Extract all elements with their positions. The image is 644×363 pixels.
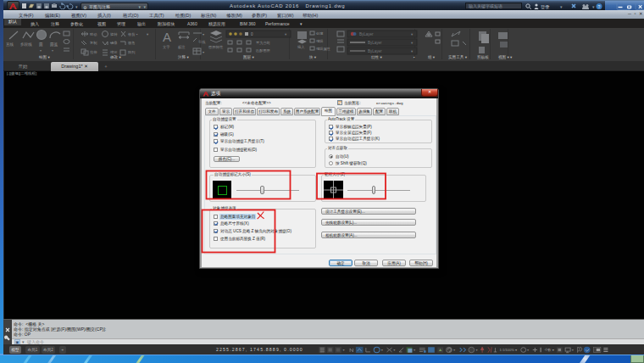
svg-text:修剪: 修剪	[128, 32, 136, 37]
svg-text:多段线: 多段线	[20, 42, 32, 47]
svg-text:▾: ▾	[453, 348, 456, 352]
svg-text:▾: ▾	[414, 348, 416, 352]
svg-text:移动: 移动	[89, 32, 97, 36]
svg-text:镜像: 镜像	[109, 41, 118, 45]
svg-text:文字: 文字	[163, 45, 170, 49]
svg-text:?: ?	[597, 3, 600, 8]
svg-text:▾: ▾	[203, 32, 205, 36]
svg-text:▾: ▾	[147, 32, 149, 36]
svg-text:匹配图层: 匹配图层	[256, 48, 271, 53]
svg-text:编辑: 编辑	[316, 39, 323, 43]
svg-text:▾: ▾	[572, 348, 575, 352]
svg-text:登录: 登录	[541, 3, 549, 9]
svg-text:▾: ▾	[203, 50, 205, 54]
svg-text:阵列: 阵列	[128, 50, 136, 54]
svg-text:ByLayer: ByLayer	[368, 41, 382, 45]
svg-text:▾: ▾	[527, 348, 530, 352]
svg-text:▾: ▾	[560, 3, 563, 8]
svg-text:旋转: 旋转	[110, 32, 118, 36]
svg-text:直线: 直线	[6, 42, 14, 47]
svg-text:创建: 创建	[315, 31, 323, 36]
svg-text:小数 ▾: 小数 ▾	[544, 348, 553, 352]
svg-text:▾: ▾	[343, 348, 346, 352]
svg-text:1:1/100% ▾: 1:1/100% ▾	[500, 348, 517, 352]
svg-text:标注: 标注	[178, 45, 186, 50]
svg-text:▾: ▾	[592, 3, 595, 8]
svg-text:ByLayer: ByLayer	[368, 49, 382, 53]
svg-text:圆: 圆	[39, 42, 43, 47]
svg-text:图层特性: 图层特性	[208, 45, 224, 50]
svg-text:编辑属性: 编辑属性	[316, 47, 331, 51]
svg-text:引线: 引线	[198, 40, 206, 44]
svg-text:圆弧: 圆弧	[50, 42, 58, 47]
svg-text:插入: 插入	[297, 45, 305, 49]
svg-text:ByLayer: ByLayer	[359, 32, 374, 36]
svg-text:▾: ▾	[75, 4, 78, 9]
svg-text:▾: ▾	[52, 48, 53, 53]
svg-text:▾: ▾	[40, 48, 42, 53]
svg-text:▾: ▾	[381, 348, 384, 352]
svg-text:缩放: 缩放	[110, 50, 118, 54]
svg-text:拉伸: 拉伸	[90, 50, 97, 54]
svg-text:复制: 复制	[90, 41, 97, 45]
svg-text:A: A	[163, 30, 171, 44]
svg-text:▾: ▾	[393, 348, 396, 352]
svg-text:圆角: 圆角	[128, 41, 136, 45]
svg-text:▪: ▪	[136, 32, 138, 36]
svg-text:▾: ▾	[475, 348, 478, 352]
svg-text:置为当前: 置为当前	[256, 41, 271, 45]
